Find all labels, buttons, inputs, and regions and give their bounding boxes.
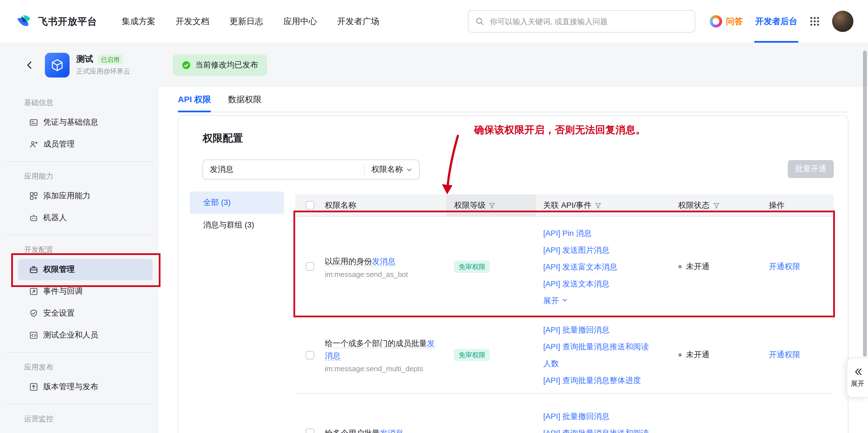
sidebar-item-credentials[interactable]: 凭证与基础信息 bbox=[18, 112, 153, 133]
api-link[interactable]: [API] Pin 消息 bbox=[543, 224, 655, 241]
main-content: API 权限 数据权限 权限配置 权限名称 批量开通 全部 (3) 消息与群组 … bbox=[159, 87, 868, 433]
sidebar-item-permissions[interactable]: 权限管理 bbox=[18, 259, 153, 280]
level-badge: 免审权限 bbox=[454, 349, 490, 361]
api-link[interactable]: [API] 发送文本消息 bbox=[543, 275, 655, 292]
sidebar-section-dev-config: 开发配置 bbox=[0, 241, 159, 258]
app-name: 测试 bbox=[76, 54, 93, 65]
sidebar-item-events[interactable]: 事件与回调 bbox=[18, 281, 153, 302]
sidebar-item-label: 安全设置 bbox=[43, 308, 74, 318]
category-all[interactable]: 全部 (3) bbox=[190, 192, 284, 214]
sidebar-item-label: 添加应用能力 bbox=[43, 191, 90, 201]
filter-icon[interactable] bbox=[713, 202, 720, 209]
filter-icon[interactable] bbox=[489, 202, 496, 209]
publish-status-banner: 当前修改均已发布 bbox=[173, 55, 267, 76]
status-dot bbox=[678, 265, 681, 268]
event-icon bbox=[29, 287, 38, 296]
nav-item-developer-plaza[interactable]: 开发者广场 bbox=[337, 16, 379, 27]
permission-name-link[interactable]: 发消息 bbox=[372, 256, 396, 266]
back-icon[interactable] bbox=[25, 60, 35, 70]
console-link[interactable]: 开发者后台 bbox=[755, 0, 797, 43]
permission-search-input[interactable] bbox=[203, 165, 364, 174]
sidebar-item-add-capability[interactable]: 添加应用能力 bbox=[18, 185, 153, 207]
open-permission-link[interactable]: 开通权限 bbox=[769, 261, 800, 271]
chevron-down-icon bbox=[562, 297, 568, 303]
sidebar-divider bbox=[6, 161, 153, 162]
row-checkbox[interactable] bbox=[306, 262, 314, 271]
expand-panel-label: 展开 bbox=[851, 379, 864, 388]
row-checkbox[interactable] bbox=[306, 429, 314, 433]
publish-status-text: 当前修改均已发布 bbox=[195, 60, 258, 70]
credential-icon bbox=[29, 118, 38, 127]
vertical-scrollbar[interactable] bbox=[863, 51, 867, 357]
sidebar-item-members[interactable]: 成员管理 bbox=[18, 134, 153, 155]
header-name: 权限名称 bbox=[325, 200, 356, 210]
qa-link[interactable]: 问答 bbox=[710, 15, 743, 28]
status-text: 未开通 bbox=[686, 350, 710, 360]
level-badge: 免审权限 bbox=[454, 260, 490, 273]
permission-tabs: API 权限 数据权限 bbox=[178, 87, 848, 112]
permission-name[interactable]: 给多个用户批量发消息 bbox=[325, 427, 403, 433]
status-badge: 已启用 bbox=[98, 54, 123, 64]
permission-search[interactable]: 权限名称 bbox=[203, 160, 420, 180]
sidebar-item-label: 测试企业和人员 bbox=[43, 330, 98, 340]
avatar[interactable] bbox=[832, 11, 854, 32]
permission-name-link[interactable]: 发消息 bbox=[380, 428, 403, 433]
api-link[interactable]: [API] 批量撤回消息 bbox=[543, 321, 655, 338]
sidebar-item-label: 机器人 bbox=[43, 213, 67, 223]
row-checkbox[interactable] bbox=[306, 351, 314, 359]
nav-item-integration[interactable]: 集成方案 bbox=[122, 16, 155, 27]
api-link[interactable]: [API] 发送图片消息 bbox=[543, 241, 655, 258]
table-row: 以应用的身份发消息 im:message:send_as_bot 免审权限 [A… bbox=[295, 217, 834, 317]
header-api: 关联 API/事件 bbox=[543, 200, 592, 210]
search-icon bbox=[475, 17, 484, 26]
api-link[interactable]: [API] 批量撤回消息 bbox=[543, 407, 655, 424]
sidebar-item-test-org[interactable]: 测试企业和人员 bbox=[18, 325, 153, 346]
header-level: 权限等级 bbox=[454, 200, 486, 210]
sidebar-item-version[interactable]: 版本管理与发布 bbox=[18, 376, 153, 398]
tab-data-permissions[interactable]: 数据权限 bbox=[228, 87, 261, 112]
nav-item-app-center[interactable]: 应用中心 bbox=[283, 16, 317, 27]
sidebar-section-release: 应用发布 bbox=[0, 359, 159, 376]
expand-apis-link[interactable]: 展开 bbox=[543, 292, 655, 309]
permission-name[interactable]: 给一个或多个部门的成员批量发消息 bbox=[325, 337, 437, 362]
sidebar-item-bot[interactable]: 机器人 bbox=[18, 207, 153, 229]
bulk-open-button[interactable]: 批量开通 bbox=[788, 160, 834, 178]
apps-grid-icon[interactable] bbox=[810, 16, 820, 26]
version-icon bbox=[29, 382, 38, 392]
sidebar-divider bbox=[6, 235, 153, 235]
permission-icon bbox=[29, 265, 38, 274]
feishu-logo[interactable]: 飞书开放平台 bbox=[16, 13, 97, 30]
permission-name[interactable]: 以应用的身份发消息 bbox=[325, 255, 408, 267]
test-org-icon bbox=[29, 331, 38, 340]
app-icon[interactable] bbox=[45, 53, 69, 78]
app-header: 测试 已启用 正式应用@环界云 当前修改均已发布 bbox=[0, 43, 868, 87]
app-meta: 测试 已启用 正式应用@环界云 bbox=[76, 54, 130, 76]
status-dot bbox=[678, 353, 681, 357]
api-link[interactable]: [API] 查询批量消息推送和阅读人数 bbox=[543, 424, 655, 433]
header-action: 操作 bbox=[769, 200, 785, 210]
add-capability-icon bbox=[29, 192, 38, 201]
nav-item-changelog[interactable]: 更新日志 bbox=[229, 16, 263, 27]
sidebar-item-label: 成员管理 bbox=[43, 139, 74, 149]
expand-panel-button[interactable]: 展开 bbox=[847, 358, 868, 398]
top-menu: 集成方案 开发文档 更新日志 应用中心 开发者广场 bbox=[122, 16, 379, 27]
top-search-input[interactable] bbox=[489, 17, 688, 26]
api-link[interactable]: [API] 查询批量消息整体进度 bbox=[543, 372, 655, 388]
sidebar: 基础信息 凭证与基础信息 成员管理 应用能力 bbox=[0, 87, 159, 433]
top-search[interactable] bbox=[468, 10, 695, 33]
check-circle-icon bbox=[182, 61, 191, 70]
permission-code: im:message:send_as_bot bbox=[325, 270, 408, 278]
select-all-checkbox[interactable] bbox=[306, 201, 314, 209]
filter-icon[interactable] bbox=[595, 202, 602, 209]
search-field-select[interactable]: 权限名称 bbox=[364, 164, 419, 176]
tab-api-permissions[interactable]: API 权限 bbox=[178, 87, 211, 112]
nav-item-docs[interactable]: 开发文档 bbox=[176, 16, 209, 27]
sidebar-item-security[interactable]: 安全设置 bbox=[18, 303, 153, 324]
sidebar-section-basic: 基础信息 bbox=[0, 94, 159, 111]
api-link[interactable]: [API] 发送富文本消息 bbox=[543, 258, 655, 275]
api-link[interactable]: [API] 查询批量消息推送和阅读人数 bbox=[543, 338, 655, 372]
sidebar-divider bbox=[6, 352, 153, 353]
category-message-group[interactable]: 消息与群组 (3) bbox=[190, 214, 284, 236]
card-title: 权限配置 bbox=[203, 132, 243, 145]
open-permission-link[interactable]: 开通权限 bbox=[769, 350, 800, 360]
